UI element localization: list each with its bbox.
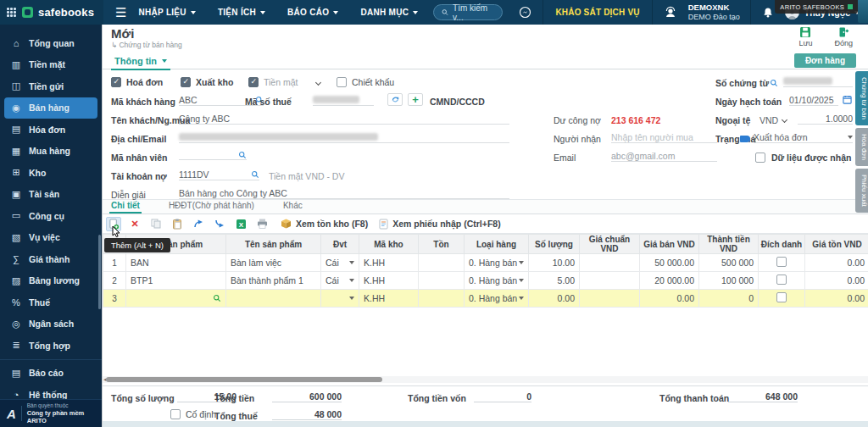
checkbox-xuat-kho[interactable]: Xuất kho — [181, 77, 233, 87]
debit-account-label: Tài khoản nợ — [111, 171, 167, 181]
description-field[interactable]: Bán hàng cho Công ty ABC — [179, 188, 509, 199]
checkbox-co-dinh[interactable]: Cố định — [170, 409, 216, 419]
window-preview-thumbnail — [858, 0, 868, 23]
copy-row-button[interactable] — [148, 217, 164, 231]
sidebar-item-kho[interactable]: ⊞Kho — [0, 162, 102, 184]
sidebar-item-tong-quan[interactable]: ⌂Tổng quan — [0, 32, 102, 54]
support-agent-icon[interactable] — [653, 0, 688, 25]
paste-row-button[interactable] — [170, 217, 185, 231]
sidebar-item-tien-mat[interactable]: ▥Tiền mặt — [0, 54, 102, 76]
purchase-icon: ▦ — [10, 146, 22, 157]
messenger-icon[interactable] — [508, 0, 542, 25]
window-preview-tag: ARITO SAFEBOOKS — [775, 0, 858, 14]
customer-name-field[interactable]: Công ty ABC — [179, 114, 509, 125]
email-field[interactable]: abc@gmail.com — [611, 151, 717, 162]
tax-code-label: Mã số thuế — [245, 97, 292, 107]
checkbox-chiet-khau[interactable]: Chiết khấu — [337, 77, 394, 87]
view-stock-button[interactable]: Xem tồn kho (F8) — [281, 219, 368, 229]
tax-sync-button[interactable] — [387, 93, 403, 106]
exchange-rate-field[interactable]: 1.0000 — [798, 114, 853, 125]
apps-grid-icon[interactable] — [7, 8, 17, 18]
sidebar-item-cong-cu[interactable]: ▭Công cụ — [0, 205, 102, 227]
sidebar-item-tai-san[interactable]: ▣Tài sản — [0, 184, 102, 206]
search-icon — [442, 8, 448, 16]
add-row-tooltip: Thêm (Alt + N) — [104, 238, 170, 252]
totals-footer: Tổng số lượng 15.00 Tổng tiền 600 000 Tổ… — [103, 385, 868, 427]
sidebar-item-vu-viec[interactable]: ▧Vụ việc — [0, 227, 102, 249]
sidebar-item-gia-thanh[interactable]: ∑Giá thành — [0, 248, 102, 270]
tax-code-field[interactable] — [313, 95, 374, 106]
sidebar-item-ban-hang[interactable]: ◉Bán hàng — [4, 97, 97, 119]
tab-hddt[interactable]: HĐĐT(Chờ phát hành) — [167, 200, 256, 214]
delete-row-button[interactable]: ✕ — [127, 217, 142, 231]
balance-label: Dư công nợ — [554, 115, 601, 125]
account-lookup-icon[interactable] — [251, 170, 259, 179]
items-table: Mã sản phẩmTên sản phẩmĐvt Mã khoTồnLoại… — [103, 234, 868, 308]
debit-account-field[interactable]: 1111DV — [179, 169, 259, 180]
sidebar-item-mua-hang[interactable]: ▦Mua hàng — [0, 141, 102, 163]
sidebar-item-hoa-don[interactable]: ▤Hóa đơn — [0, 119, 102, 141]
checkbox-tien-mat[interactable]: Tiền mặt — [248, 77, 298, 87]
org-info[interactable]: DEMOXNK DEMO Đào tạo — [688, 3, 750, 21]
sales-icon: ◉ — [10, 103, 22, 114]
brand[interactable]: safebooks — [0, 0, 103, 25]
email-label: Email — [554, 152, 576, 163]
sidebar-item-tong-hop[interactable]: ≣Tổng hợp — [0, 335, 102, 357]
rtab-chung-tu-ban[interactable]: Chứng từ bán — [855, 71, 868, 125]
sidebar-item-bao-cao[interactable]: ▤Báo cáo — [0, 363, 102, 385]
order-button[interactable]: Đơn hàng — [794, 53, 856, 68]
move-row-down-button[interactable] — [212, 217, 227, 231]
rtab-hoa-don[interactable]: Hóa đơn — [855, 128, 868, 166]
close-button[interactable]: Đóng — [834, 26, 853, 47]
view-receipt-button[interactable]: Xem phiếu nhập (Ctrl+F8) — [379, 219, 500, 230]
move-row-up-button[interactable] — [191, 217, 206, 231]
status-select[interactable]: Xuất hóa đơn — [754, 132, 853, 143]
sidebar-item-thue[interactable]: %Thuế — [0, 291, 102, 313]
add-cmnd-button[interactable]: + — [408, 93, 423, 106]
tab-khac[interactable]: Khác — [281, 200, 304, 214]
employee-field[interactable] — [179, 151, 247, 160]
exit-door-icon — [837, 26, 849, 38]
dich-danh-checkbox[interactable] — [776, 257, 787, 267]
address-field[interactable] — [179, 132, 509, 143]
sidebar-item-tien-gui[interactable]: ◫Tiền gửi — [0, 75, 102, 97]
tab-thong-tin[interactable]: Thông tin — [111, 53, 170, 70]
hamburger-menu-icon[interactable]: ☰ — [103, 5, 138, 20]
description-label: Diễn giải — [111, 190, 146, 200]
menu-tien-ich[interactable]: TIỆN ÍCH — [218, 8, 265, 17]
rtab-phieu-xuat[interactable]: Phiếu xuất — [855, 169, 868, 213]
receiver-field[interactable]: Nhập tên người mua — [611, 132, 717, 143]
scrollbar-thumb[interactable] — [106, 377, 382, 382]
payment-dropdown-chevron-icon[interactable] — [315, 80, 321, 86]
doc-no-lookup-icon[interactable] — [770, 79, 778, 87]
menu-nhap-lieu[interactable]: NHẬP LIỆU — [138, 8, 195, 17]
table-row[interactable]: 2 BTP1 Bàn thành phẩm 1 Cái K.HH 0. Hàng… — [103, 272, 868, 290]
employee-lookup-icon[interactable] — [238, 151, 247, 159]
export-excel-button[interactable]: X — [233, 217, 248, 231]
table-row-active[interactable]: 3 K.HH 0. Hàng bán 0.00 0.00 0 0.00 — [103, 290, 868, 308]
overview-icon: ⌂ — [10, 38, 22, 48]
checkbox-du-lieu-duoc-nhan[interactable]: Dữ liệu được nhận — [755, 152, 851, 163]
menu-bao-cao[interactable]: BÁO CÁO — [287, 8, 338, 17]
horizontal-scrollbar[interactable]: ◂ — [103, 376, 868, 383]
calendar-icon[interactable] — [843, 95, 852, 104]
dich-danh-checkbox[interactable] — [776, 292, 787, 302]
table-row[interactable]: 1 BAN Bàn làm việc Cái K.HH 0. Hàng bán … — [103, 254, 868, 272]
save-button[interactable]: Lưu — [798, 26, 812, 47]
doc-no-field[interactable] — [783, 76, 853, 87]
date-field[interactable]: 01/10/2025 — [789, 95, 838, 106]
debit-account-name: Tiền mặt VND - DV — [269, 171, 344, 181]
print-button[interactable] — [254, 217, 270, 231]
survey-link[interactable]: KHẢO SÁT DỊCH VỤ — [543, 8, 651, 17]
sidebar-scrollbar[interactable] — [98, 235, 101, 309]
tab-chi-tiet[interactable]: Chi tiết — [109, 200, 142, 214]
sidebar-item-ngan-sach[interactable]: ◎Ngân sách — [0, 313, 102, 336]
preview-green-icon — [848, 4, 853, 9]
product-lookup-icon[interactable] — [213, 294, 221, 302]
sidebar-item-bang-luong[interactable]: ▨Bảng lương — [0, 270, 102, 292]
menu-danh-muc[interactable]: DANH MỤC — [360, 8, 418, 17]
currency-select[interactable]: VND — [760, 115, 787, 125]
checkbox-hoa-don[interactable]: Hoá đơn — [111, 77, 163, 87]
dich-danh-checkbox[interactable] — [776, 274, 787, 285]
search-input[interactable]: Tìm kiếm v... — [433, 4, 503, 20]
